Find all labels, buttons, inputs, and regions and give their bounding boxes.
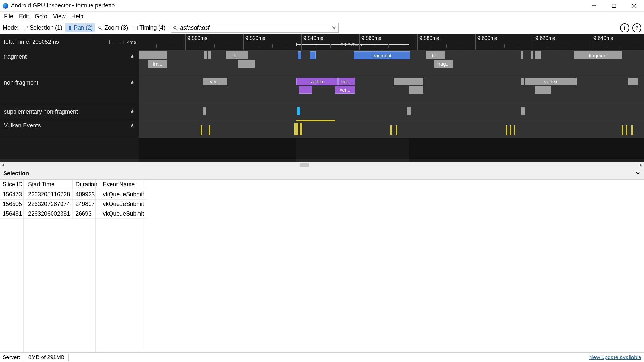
time-ruler-row: Total Time: 20s052ms ⊢──⊣ 4ms 9,500ms 9,…	[0, 34, 644, 50]
mode-zoom[interactable]: Zoom (3)	[96, 23, 130, 32]
mode-selection-label: Selection (1)	[30, 24, 62, 31]
track-label: supplementary non-fragment	[4, 108, 78, 115]
table-row[interactable]: 156473 2263205116728 409923 vkQueueSubmi…	[0, 190, 147, 200]
mode-pan[interactable]: Pan (2)	[65, 23, 95, 32]
track-non-fragment[interactable]: non-fragment ver... vertex ver... ver...…	[0, 76, 644, 105]
scroll-thumb[interactable]	[300, 163, 309, 167]
menu-view[interactable]: View	[51, 12, 68, 21]
tick-1: 9,520ms	[245, 35, 265, 41]
col-event-name[interactable]: Event Name	[100, 180, 147, 190]
timeline-panel: Total Time: 20s052ms ⊢──⊣ 4ms 9,500ms 9,…	[0, 34, 644, 162]
timeline-scrollbar[interactable]: ◄ ►	[0, 162, 644, 168]
col-start-time[interactable]: Start Time	[25, 180, 73, 190]
chevron-down-icon[interactable]	[635, 170, 641, 177]
svg-rect-1	[612, 4, 616, 7]
total-time-label: Total Time: 20s052ms	[3, 39, 59, 45]
selection-header[interactable]: Selection	[0, 168, 644, 180]
selection-title: Selection	[3, 170, 29, 177]
search-box[interactable]: ✕	[171, 23, 339, 33]
tick-6: 9,620ms	[535, 35, 555, 41]
track-label: fragment	[4, 53, 27, 60]
pin-icon[interactable]	[130, 122, 135, 129]
svg-point-5	[99, 26, 101, 29]
tick-3: 9,560ms	[361, 35, 381, 41]
svg-point-10	[174, 26, 176, 28]
server-label: Server:	[3, 354, 20, 361]
track-label: Vulkan Events	[4, 122, 41, 129]
time-ruler[interactable]: 9,500ms 9,520ms 9,540ms 9,560ms 9,580ms …	[139, 34, 644, 50]
mode-label: Mode:	[3, 24, 19, 31]
tick-5: 9,600ms	[477, 35, 497, 41]
tick-4: 9,580ms	[419, 35, 439, 41]
hand-icon	[67, 25, 72, 31]
mode-timing[interactable]: Timing (4)	[131, 23, 167, 32]
col-slice-id[interactable]: Slice ID	[0, 180, 25, 190]
mode-zoom-label: Zoom (3)	[104, 24, 128, 31]
timeline-empty	[0, 138, 644, 159]
track-label: non-fragment	[4, 79, 38, 86]
menu-help[interactable]: Help	[69, 12, 86, 21]
scroll-left-icon[interactable]: ◄	[0, 162, 6, 167]
pin-icon[interactable]	[130, 108, 135, 115]
total-time-cell: Total Time: 20s052ms ⊢──⊣ 4ms	[0, 34, 139, 50]
search-icon	[171, 26, 179, 30]
tick-7: 9,640ms	[593, 35, 613, 41]
menu-file[interactable]: File	[1, 12, 16, 21]
clear-search-icon[interactable]: ✕	[329, 25, 338, 31]
mode-selection[interactable]: Selection (1)	[21, 23, 64, 32]
maximize-button[interactable]	[604, 0, 624, 12]
pin-icon[interactable]	[130, 53, 135, 60]
range-label: 39.873ms	[341, 42, 362, 47]
tick-2: 9,540ms	[303, 35, 323, 41]
title-bar: Android GPU Inspector - fortnite.perfett…	[0, 0, 644, 12]
window-title: Android GPU Inspector - fortnite.perfett…	[11, 2, 115, 9]
selection-grid[interactable]: Slice ID Start Time Duration Event Name …	[0, 180, 644, 352]
selection-icon	[23, 25, 28, 31]
svg-rect-4	[24, 26, 28, 30]
track-fragment[interactable]: fragment fra... fr... fragment fr... fra…	[0, 50, 644, 76]
tick-0: 9,500ms	[187, 35, 207, 41]
update-link[interactable]: New update available	[589, 354, 641, 361]
menu-bar: File Edit Goto View Help	[0, 12, 644, 22]
minimize-button[interactable]	[584, 0, 604, 12]
table-row[interactable]: 156481 2263206002381 26693 vkQueueSubmit	[0, 209, 147, 219]
track-vulkan-events[interactable]: Vulkan Events	[0, 119, 644, 138]
timing-icon	[133, 25, 138, 31]
track-supplementary[interactable]: supplementary non-fragment	[0, 105, 644, 119]
zoom-icon	[98, 25, 103, 31]
svg-line-6	[101, 28, 102, 30]
scroll-right-icon[interactable]: ►	[638, 162, 644, 167]
close-button[interactable]	[624, 0, 644, 12]
zoom-step-label: 4ms	[127, 39, 136, 45]
table-row[interactable]: 156505 2263207287074 249807 vkQueueSubmi…	[0, 200, 147, 209]
menu-goto[interactable]: Goto	[32, 12, 50, 21]
help-icon[interactable]: ?	[632, 23, 641, 32]
info-icon[interactable]: i	[620, 23, 629, 32]
zoom-scale-icon: ⊢──⊣	[109, 39, 124, 45]
mode-pan-label: Pan (2)	[74, 24, 93, 31]
svg-line-11	[176, 28, 177, 29]
pin-icon[interactable]	[130, 79, 135, 86]
mode-timing-label: Timing (4)	[139, 24, 165, 31]
status-bar: Server: 8MB of 291MB New update availabl…	[0, 352, 644, 362]
memory-usage: 8MB of 291MB	[28, 354, 64, 361]
window-buttons	[584, 0, 644, 12]
menu-edit[interactable]: Edit	[16, 12, 32, 21]
search-input[interactable]	[179, 23, 329, 32]
app-icon	[3, 3, 8, 9]
mode-bar: Mode: Selection (1) Pan (2) Zoom (3) Tim…	[0, 22, 644, 34]
col-duration[interactable]: Duration	[73, 180, 100, 190]
